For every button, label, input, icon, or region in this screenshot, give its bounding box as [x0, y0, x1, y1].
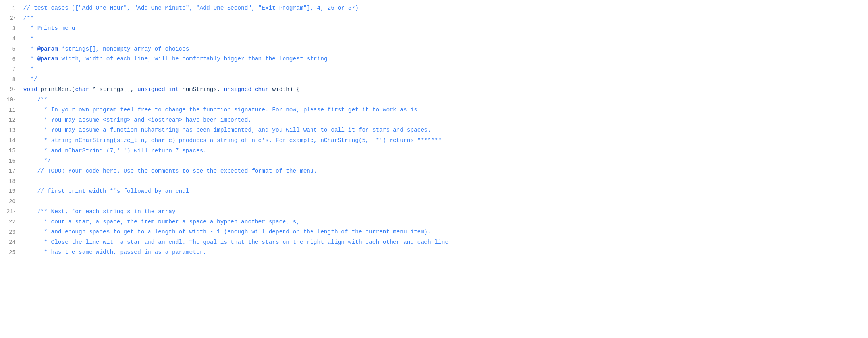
code-token: * You may assume a function nCharString …: [23, 126, 431, 135]
code-token: [165, 85, 169, 94]
code-token: void: [23, 85, 37, 94]
code-token: @param: [37, 54, 58, 64]
line-number: 24: [6, 237, 15, 248]
code-line: [23, 176, 865, 186]
fold-arrow-icon[interactable]: ▾: [13, 87, 15, 93]
fold-arrow-icon[interactable]: ▾: [13, 209, 15, 215]
code-line: */: [23, 156, 865, 166]
code-token: * string nCharString(size_t n, char c) p…: [23, 136, 442, 145]
fold-arrow-icon[interactable]: ▾: [13, 97, 15, 103]
code-token: */: [23, 156, 51, 165]
line-number: 25: [6, 247, 15, 258]
code-token: * and nCharString (7,' ') will return 7 …: [23, 146, 206, 155]
code-line: /**: [23, 95, 865, 105]
code-token: int: [168, 85, 179, 94]
line-number: 10 ▾: [6, 95, 15, 105]
code-line: /**: [23, 14, 865, 24]
code-token: unsigned: [224, 85, 252, 94]
code-token: printMenu(: [37, 85, 75, 94]
code-token: width) {: [269, 85, 300, 94]
code-token: char: [75, 85, 89, 94]
code-line: */: [23, 74, 865, 85]
code-line: // test cases (["Add One Hour", "Add One…: [23, 3, 865, 14]
code-line: // TODO: Your code here. Use the comment…: [23, 166, 865, 177]
code-token: * has the same width, passed in as a par…: [23, 248, 206, 257]
code-token: *: [23, 65, 34, 74]
line-number: 1: [6, 3, 15, 14]
code-token: /**: [23, 14, 34, 23]
code-line: * Close the line with a star and an endl…: [23, 237, 865, 248]
line-number: 22: [6, 217, 15, 227]
code-token: * Prints menu: [23, 24, 75, 33]
code-token: * and enough spaces to get to a length o…: [23, 227, 431, 237]
code-content: 12 ▾3456789 ▾10 ▾1112131415161718192021 …: [0, 0, 868, 338]
code-token: *: [23, 34, 34, 43]
code-line: * cout a star, a space, the item Number …: [23, 217, 865, 227]
line-number: 2 ▾: [6, 14, 15, 24]
code-token: /** Next, for each string s in the array…: [23, 207, 179, 216]
fold-arrow-icon[interactable]: ▾: [13, 15, 15, 21]
line-number: 6: [6, 54, 15, 64]
code-line: * In your own program feel free to chang…: [23, 105, 865, 115]
code-line: * and nCharString (7,' ') will return 7 …: [23, 146, 865, 156]
code-line: [23, 196, 865, 207]
code-line: * @param *strings[], nonempty array of c…: [23, 44, 865, 54]
line-number: 12: [6, 115, 15, 126]
code-line: * You may assume a function nCharString …: [23, 125, 865, 136]
code-token: /**: [23, 95, 48, 105]
code-line: *: [23, 34, 865, 44]
line-number: 13: [6, 125, 15, 136]
code-token: * You may assume <string> and <iostream>…: [23, 116, 251, 125]
code-line: * You may assume <string> and <iostream>…: [23, 115, 865, 126]
line-number: 21 ▾: [6, 207, 15, 217]
code-line: * Prints menu: [23, 23, 865, 34]
line-number: 15: [6, 146, 15, 156]
code-token: // first print width *'s followed by an …: [23, 187, 189, 196]
line-number: 5: [6, 44, 15, 54]
line-number: 8: [6, 74, 15, 85]
code-token: // test cases (["Add One Hour", "Add One…: [23, 4, 359, 13]
code-line: * and enough spaces to get to a length o…: [23, 227, 865, 237]
code-line: /** Next, for each string s in the array…: [23, 207, 865, 217]
line-number: 9 ▾: [6, 85, 15, 95]
line-number: 4: [6, 34, 15, 44]
line-number: 18: [6, 176, 15, 186]
code-token: [251, 85, 255, 94]
code-line: // first print width *'s followed by an …: [23, 186, 865, 197]
code-token: // TODO: Your code here. Use the comment…: [23, 167, 317, 176]
line-number: 16: [6, 156, 15, 166]
code-editor: 12 ▾3456789 ▾10 ▾1112131415161718192021 …: [0, 0, 868, 338]
line-number: 23: [6, 227, 15, 237]
code-token: * In your own program feel free to chang…: [23, 105, 421, 115]
code-token: */: [23, 75, 37, 84]
line-number: 20: [6, 196, 15, 207]
code-token: * strings[],: [89, 85, 137, 94]
code-lines: // test cases (["Add One Hour", "Add One…: [20, 3, 868, 335]
code-line: * @param width, width of each line, will…: [23, 54, 865, 64]
code-line: * has the same width, passed in as a par…: [23, 247, 865, 258]
code-token: unsigned: [137, 85, 165, 94]
code-token: @param: [37, 45, 58, 54]
line-number: 11: [6, 105, 15, 115]
code-line: * string nCharString(size_t n, char c) p…: [23, 136, 865, 146]
code-token: numStrings,: [179, 85, 224, 94]
line-number: 14: [6, 136, 15, 146]
code-line: *: [23, 64, 865, 75]
code-token: char: [255, 85, 269, 94]
line-number: 19: [6, 186, 15, 197]
line-number: 7: [6, 64, 15, 75]
code-token: * cout a star, a space, the item Number …: [23, 218, 300, 227]
code-token: * Close the line with a star and an endl…: [23, 238, 448, 247]
code-line: void printMenu(char * strings[], unsigne…: [23, 85, 865, 95]
line-number: 17: [6, 166, 15, 177]
line-numbers: 12 ▾3456789 ▾10 ▾1112131415161718192021 …: [0, 3, 20, 335]
line-number: 3: [6, 23, 15, 34]
